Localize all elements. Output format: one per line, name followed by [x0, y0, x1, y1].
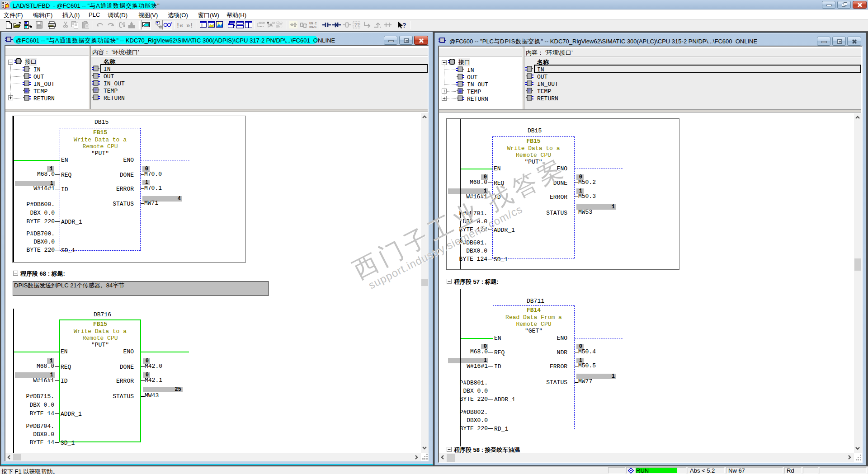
svg-text:?: ? — [402, 22, 406, 29]
svg-text:=NZI: =NZI — [309, 25, 317, 29]
svg-text:??: ?? — [354, 23, 360, 28]
svg-text:UN·I: UN·I — [309, 22, 317, 25]
